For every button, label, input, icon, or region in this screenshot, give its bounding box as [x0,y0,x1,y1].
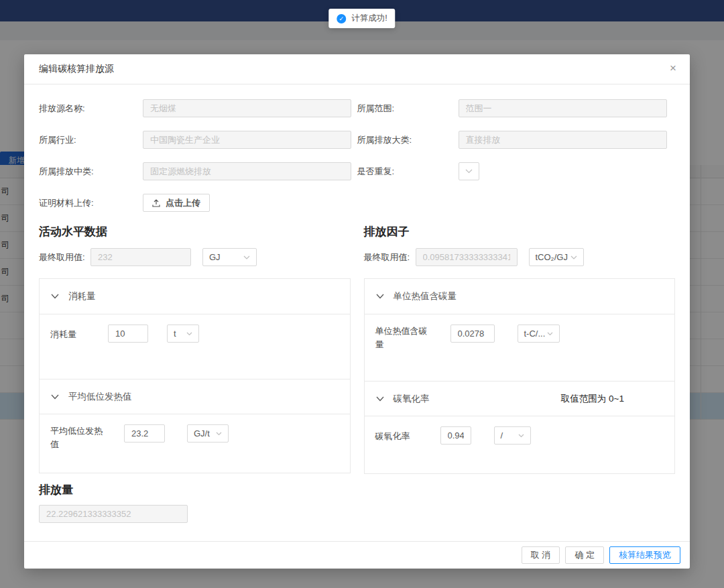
modal-body: 排放源名称: 所属范围: 所属行业: 所属排放大类: 所属排放中类: [24,84,690,541]
chevron-down-icon [376,396,384,402]
close-icon[interactable]: × [670,62,676,74]
middle-category-input [143,162,351,180]
consumption-panel-title: 消耗量 [68,290,96,302]
modal-footer: 取 消 确 定 核算结果预览 [24,541,690,569]
consumption-label: 消耗量 [50,325,108,341]
carbon-content-input[interactable] [450,325,495,343]
heating-value-input[interactable] [124,424,165,443]
carbon-content-panel-header[interactable]: 单位热值含碳量 [365,279,675,314]
scope-label: 所属范围: [357,103,459,115]
cancel-button[interactable]: 取 消 [522,546,560,564]
upload-button[interactable]: 点击上传 [143,194,210,212]
chevron-down-icon [243,255,250,259]
emission-amount-input [39,505,188,523]
duplicate-label: 是否重复: [357,166,459,178]
scope-input [459,99,667,117]
check-circle-icon: ✓ [337,14,346,23]
oxidation-rate-unit-value: / [501,430,503,440]
chevron-down-icon [465,169,473,174]
consumption-input[interactable] [108,325,148,343]
preview-result-button[interactable]: 核算结果预览 [609,546,680,564]
oxidation-rate-panel-title: 碳氧化率 [394,393,430,405]
edit-emission-source-modal: 编辑碳核算排放源 × 排放源名称: 所属范围: 所属行业: 所属排放大类: [24,54,690,569]
consumption-panel-body: 消耗量 t [40,314,350,379]
modal-header: 编辑碳核算排放源 × [24,54,690,84]
upload-icon [152,199,160,207]
duplicate-select[interactable] [459,162,479,180]
factor-final-label: 最终取用值: [364,251,416,263]
carbon-content-panel: 单位热值含碳量 单位热值含碳量 t-C/... [364,278,676,474]
heating-value-panel-header[interactable]: 平均低位发热值 [40,379,350,414]
source-name-input [143,99,351,117]
activity-data-section: 活动水平数据 最终取用值: GJ [39,224,351,474]
chevron-down-icon [547,332,553,336]
factor-final-input [416,248,518,266]
oxidation-rate-panel-body: 碳氧化率 / [365,416,675,473]
oxidation-rate-unit-select[interactable]: / [494,426,531,445]
heating-value-unit-value: GJ/t [194,428,210,438]
ok-button[interactable]: 确 定 [565,546,604,564]
chevron-down-icon [518,434,524,438]
consumption-unit-value: t [174,329,176,339]
heating-value-panel-body: 平均低位发热值 GJ/t [40,414,350,473]
oxidation-rate-label: 碳氧化率 [375,426,433,443]
activity-final-input [90,248,191,266]
industry-label: 所属行业: [39,134,143,146]
modal-title: 编辑碳核算排放源 [39,63,114,75]
chevron-down-icon [186,332,192,336]
carbon-content-unit-value: t-C/... [524,329,546,339]
heating-value-label: 平均低位发热值 [50,424,108,451]
upload-label: 证明材料上传: [39,197,143,209]
field-middle-category: 所属排放中类: [39,162,357,180]
field-source-name: 排放源名称: [39,99,357,117]
field-scope: 所属范围: [357,99,676,117]
success-toast: ✓ 计算成功! [328,9,395,28]
chevron-down-icon [51,294,59,299]
activity-final-unit-select[interactable]: GJ [202,248,257,266]
oxidation-rate-panel-header[interactable]: 碳氧化率 取值范围为 0~1 [365,381,675,416]
oxidation-rate-input[interactable] [440,426,471,445]
major-category-label: 所属排放大类: [357,134,459,146]
emission-factor-section: 排放因子 最终取用值: tCO₂/GJ [364,224,676,474]
activity-final-row: 最终取用值: GJ [39,248,351,266]
chevron-down-icon [570,255,577,259]
field-major-category: 所属排放大类: [357,131,676,149]
consumption-panel-header[interactable]: 消耗量 [40,279,350,314]
carbon-content-unit-select[interactable]: t-C/... [518,325,560,343]
industry-input [143,131,351,149]
consumption-panel: 消耗量 消耗量 t [39,278,351,473]
chevron-down-icon [216,432,222,436]
field-duplicate: 是否重复: [357,162,676,180]
emission-amount-title: 排放量 [39,482,675,497]
oxidation-rate-range-note: 取值范围为 0~1 [561,393,624,405]
field-upload: 证明材料上传: 点击上传 [39,194,357,212]
middle-category-label: 所属排放中类: [39,166,143,178]
major-category-input [459,131,667,149]
carbon-content-label: 单位热值含碳量 [375,325,433,351]
factor-final-row: 最终取用值: tCO₂/GJ [364,248,676,266]
carbon-content-panel-title: 单位热值含碳量 [394,290,457,302]
factor-section-title: 排放因子 [364,224,676,239]
factor-final-unit-select[interactable]: tCO₂/GJ [529,248,584,266]
emission-amount-section: 排放量 [39,482,675,523]
activity-final-unit-value: GJ [209,252,221,262]
toast-message: 计算成功! [351,13,387,24]
activity-section-title: 活动水平数据 [39,224,351,239]
activity-final-label: 最终取用值: [39,251,90,263]
field-industry: 所属行业: [39,131,357,149]
source-name-label: 排放源名称: [39,103,143,115]
upload-button-label: 点击上传 [166,197,200,209]
chevron-down-icon [51,394,59,400]
chevron-down-icon [376,294,384,299]
heating-value-panel-title: 平均低位发热值 [68,391,132,403]
consumption-unit-select[interactable]: t [167,325,199,343]
carbon-content-panel-body: 单位热值含碳量 t-C/... [365,314,675,381]
factor-final-unit-value: tCO₂/GJ [536,252,568,262]
heating-value-unit-select[interactable]: GJ/t [187,424,229,443]
